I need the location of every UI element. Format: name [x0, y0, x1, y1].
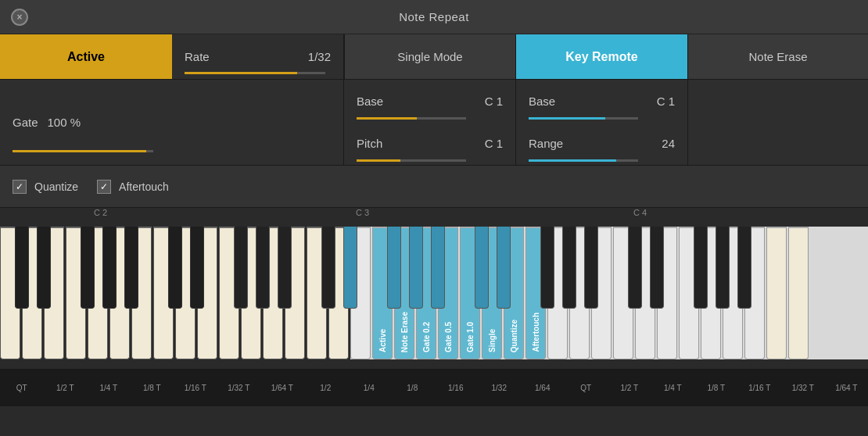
- black-key-17[interactable]: [540, 227, 554, 309]
- single-pitch-bar-fill: [357, 159, 400, 162]
- app-container: × Note Repeat Active Rate 1/32 Single Mo…: [0, 0, 868, 436]
- black-key-5[interactable]: [168, 227, 182, 309]
- black-key-23[interactable]: [716, 227, 730, 309]
- params-row: Gate 100 % Base C 1 Pitch C 1: [0, 80, 868, 166]
- rate-bar-fill: [185, 72, 297, 74]
- bottom-label-10: 1/16: [434, 384, 478, 392]
- white-key-36[interactable]: [788, 227, 809, 359]
- rate-label: Rate: [185, 50, 210, 63]
- piano-keyboard[interactable]: QT1/2 T1/4 T1/8 T1/16 T1/32 T1/64 T1/21/…: [0, 227, 868, 406]
- black-key-21[interactable]: [650, 227, 664, 309]
- kr-base-bar-fill: [529, 117, 605, 120]
- black-key-22[interactable]: [694, 227, 708, 309]
- bottom-label-11: 1/32: [478, 384, 522, 392]
- key-remote-params: Base C 1 Range 24: [516, 80, 688, 165]
- kr-base-row[interactable]: Base C 1: [516, 80, 687, 123]
- bottom-label-4: 1/16 T: [174, 384, 217, 392]
- single-base-bar: [357, 117, 466, 120]
- black-key-4[interactable]: [124, 227, 138, 309]
- black-key-9[interactable]: [278, 227, 292, 309]
- aftertouch-check-box[interactable]: ✓: [97, 180, 111, 194]
- bottom-label-3: 1/8 T: [131, 384, 174, 392]
- bottom-label-13: QT: [565, 384, 608, 392]
- key-remote-button[interactable]: Key Remote: [516, 34, 688, 79]
- black-key-15[interactable]: [475, 227, 489, 309]
- rate-value: 1/32: [308, 50, 331, 63]
- black-key-20[interactable]: [628, 227, 642, 309]
- checkbox-row-spacer: [360, 166, 868, 207]
- bottom-label-14: 1/2 T: [608, 384, 651, 392]
- checkbox-row: ✓ Quantize ✓ Aftertouch: [0, 166, 868, 208]
- single-pitch-row[interactable]: Pitch C 1: [344, 123, 515, 166]
- note-labels: C 2 C 3 C 4: [0, 208, 868, 227]
- single-mode-button[interactable]: Single Mode: [344, 34, 516, 79]
- single-mode-params: Base C 1 Pitch C 1: [344, 80, 516, 165]
- kr-base-label: Base: [529, 95, 555, 108]
- kr-range-row[interactable]: Range 24: [516, 123, 687, 166]
- aftertouch-label: Aftertouch: [119, 180, 169, 193]
- bottom-label-9: 1/8: [391, 384, 435, 392]
- black-key-18[interactable]: [562, 227, 576, 309]
- kr-range-bar: [529, 159, 638, 162]
- bottom-label-16: 1/8 T: [694, 384, 738, 392]
- window-title: Note Repeat: [399, 10, 469, 23]
- black-key-8[interactable]: [256, 227, 270, 309]
- c4-label: C 4: [633, 208, 647, 217]
- gate-value: 100 %: [48, 116, 81, 129]
- black-key-10[interactable]: [321, 227, 335, 309]
- single-pitch-label: Pitch: [357, 137, 382, 150]
- white-key-35[interactable]: [766, 227, 787, 359]
- bottom-label-12: 1/64: [521, 384, 565, 392]
- active-button[interactable]: Active: [0, 34, 172, 79]
- gate-label: Gate: [13, 116, 38, 129]
- black-key-16[interactable]: [497, 227, 511, 309]
- black-key-3[interactable]: [102, 227, 117, 309]
- quantize-label: Quantize: [34, 180, 78, 193]
- c2-label: C 2: [94, 208, 107, 217]
- bottom-label-2: 1/4 T: [87, 384, 131, 392]
- kr-base-bar: [529, 117, 638, 120]
- bottom-label-6: 1/64 T: [260, 384, 304, 392]
- black-key-6[interactable]: [190, 227, 204, 309]
- black-key-11[interactable]: [343, 227, 357, 309]
- gate-bar: [13, 150, 153, 152]
- title-bar: × Note Repeat: [0, 0, 868, 34]
- piano-area[interactable]: C 2 C 3 C 4 QT1/2 T1/4 T1/8 T1/16 T1/32 …: [0, 208, 868, 411]
- black-key-0[interactable]: [15, 227, 29, 309]
- black-key-12[interactable]: [387, 227, 401, 309]
- bottom-label-18: 1/32 T: [781, 384, 825, 392]
- note-erase-button[interactable]: Note Erase: [688, 34, 868, 79]
- piano-section: C 2 C 3 C 4 QT1/2 T1/4 T1/8 T1/16 T1/32 …: [0, 208, 868, 436]
- bottom-label-1: 1/2 T: [44, 384, 88, 392]
- black-key-13[interactable]: [409, 227, 423, 309]
- gate-section[interactable]: Gate 100 %: [0, 80, 344, 165]
- single-base-label: Base: [357, 95, 383, 108]
- single-base-row[interactable]: Base C 1: [344, 80, 515, 123]
- bottom-label-7: 1/2: [304, 384, 348, 392]
- black-key-7[interactable]: [234, 227, 248, 309]
- single-pitch-bar: [357, 159, 466, 162]
- black-key-14[interactable]: [431, 227, 445, 309]
- black-key-2[interactable]: [81, 227, 95, 309]
- controls-row: Active Rate 1/32 Single Mode Key Remote …: [0, 34, 868, 80]
- bottom-label-5: 1/32 T: [217, 384, 261, 392]
- kr-range-value: 24: [662, 137, 675, 150]
- single-pitch-value: C 1: [485, 137, 503, 150]
- params-spacer: [688, 80, 868, 165]
- c3-label: C 3: [356, 208, 369, 217]
- bottom-label-19: 1/64 T: [825, 384, 869, 392]
- aftertouch-checkbox[interactable]: ✓ Aftertouch: [97, 180, 169, 194]
- single-base-bar-fill: [357, 117, 417, 120]
- close-button[interactable]: ×: [11, 9, 28, 26]
- gate-bar-fill: [13, 150, 146, 152]
- quantize-checkbox[interactable]: ✓ Quantize: [13, 180, 78, 194]
- bottom-label-15: 1/4 T: [651, 384, 695, 392]
- black-key-19[interactable]: [584, 227, 598, 309]
- kr-base-value: C 1: [657, 95, 675, 108]
- bottom-label-0: QT: [0, 384, 44, 392]
- black-key-1[interactable]: [37, 227, 51, 309]
- rate-control[interactable]: Rate 1/32: [172, 34, 344, 79]
- kr-range-label: Range: [529, 137, 563, 150]
- quantize-check-box[interactable]: ✓: [13, 180, 27, 194]
- black-key-24[interactable]: [737, 227, 751, 309]
